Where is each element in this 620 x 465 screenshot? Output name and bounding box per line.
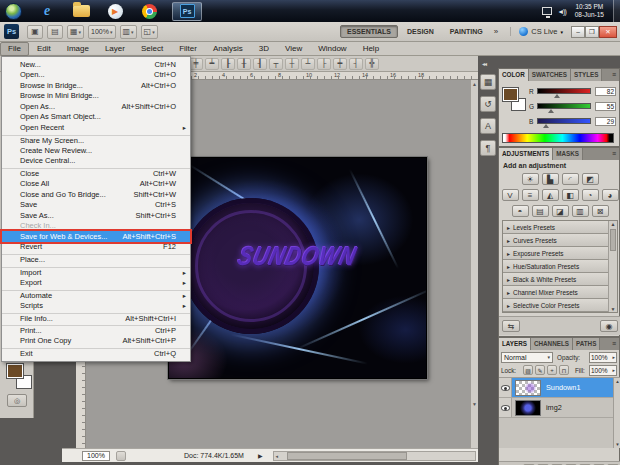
file-menu-item[interactable]: Exit Ctrl+Q: [2, 348, 190, 359]
distribute-top-edges-icon[interactable]: ┬: [269, 58, 283, 70]
file-menu-item[interactable]: Export: [2, 277, 190, 288]
scroll-up-icon[interactable]: ▲: [609, 221, 617, 227]
panel-button-character[interactable]: A: [480, 118, 496, 134]
menu-bar-item[interactable]: Analysis: [205, 42, 251, 56]
file-menu-item[interactable]: Browse in Mini Bridge...: [2, 91, 190, 102]
file-menu-item[interactable]: Place...: [2, 254, 190, 265]
expand-arrow-icon[interactable]: ▸: [507, 237, 510, 244]
panel-button-mini-bridge[interactable]: ▦: [480, 74, 496, 90]
file-menu-item[interactable]: Print... Ctrl+P: [2, 325, 190, 336]
preset-item[interactable]: ▸ Curves Presets: [503, 234, 610, 247]
status-zoom-field[interactable]: 100%: [82, 451, 110, 461]
expand-arrow-icon[interactable]: ▸: [507, 276, 510, 283]
channel-value-field[interactable]: 55: [595, 102, 616, 111]
file-menu-item[interactable]: Scripts: [2, 300, 190, 311]
channel-slider[interactable]: [537, 88, 591, 94]
blend-mode-select[interactable]: Normal ▾: [501, 352, 553, 363]
slider-marker-icon[interactable]: [554, 94, 560, 98]
panel-tab[interactable]: STYLES: [571, 69, 603, 81]
file-menu-item[interactable]: Close All Alt+Ctrl+W: [2, 179, 190, 190]
panel-tab[interactable]: CHANNELS: [531, 338, 573, 350]
posterize-icon[interactable]: ▤: [532, 205, 549, 217]
align-horizontal-centers-icon[interactable]: ╂: [237, 58, 251, 70]
menu-bar-item[interactable]: View: [277, 42, 310, 56]
cs-live-button[interactable]: CS Live ▾: [510, 27, 563, 36]
menu-bar-item[interactable]: Layer: [97, 42, 133, 56]
auto-align-layers-icon[interactable]: ╬: [365, 58, 379, 70]
chrome-icon[interactable]: [137, 2, 161, 20]
preset-item[interactable]: ▸ Exposure Presets: [503, 247, 610, 260]
preset-item[interactable]: ▸ Levels Presets: [503, 221, 610, 234]
menu-bar-item[interactable]: Select: [133, 42, 171, 56]
file-menu-item[interactable]: Print One Copy Alt+Shift+Ctrl+P: [2, 336, 190, 347]
file-menu-item[interactable]: File Info... Alt+Shift+Ctrl+I: [2, 313, 190, 324]
threshold-icon[interactable]: ◪: [552, 205, 569, 217]
launch-mini-bridge-button[interactable]: ▤: [47, 25, 63, 39]
layer-row[interactable]: img2: [499, 398, 613, 418]
start-button[interactable]: [5, 3, 22, 20]
canvas-vertical-scrollbar[interactable]: ▲▼: [470, 80, 478, 448]
expand-arrow-icon[interactable]: ▸: [507, 289, 510, 296]
panel-tab[interactable]: ADJUSTMENTS: [499, 148, 553, 160]
workspace-button[interactable]: PAINTING: [443, 25, 490, 38]
vibrance-icon[interactable]: V: [502, 189, 519, 201]
file-menu-item[interactable]: Save As... Shift+Ctrl+S: [2, 210, 190, 221]
panel-tab[interactable]: SWATCHES: [529, 69, 571, 81]
panel-tab[interactable]: LAYERS: [499, 338, 531, 350]
file-menu-item[interactable]: Check In...: [2, 221, 190, 232]
curves-icon[interactable]: ◜: [562, 173, 579, 185]
file-menu-item[interactable]: Close and Go To Bridge... Shift+Ctrl+W: [2, 189, 190, 200]
restore-button[interactable]: ❐: [585, 26, 599, 38]
levels-icon[interactable]: ▙: [542, 173, 559, 185]
align-bottom-edges-icon[interactable]: ┷: [205, 58, 219, 70]
panel-menu-icon[interactable]: ≡: [609, 69, 619, 81]
stepper-arrow-icon[interactable]: ▸: [612, 366, 615, 375]
menu-bar-item[interactable]: 3D: [251, 42, 277, 56]
expand-arrow-icon[interactable]: ▸: [507, 224, 510, 231]
layer-visibility-cell[interactable]: [499, 398, 512, 417]
photo-filter-icon[interactable]: ◔: [582, 189, 599, 201]
workspace-overflow-button[interactable]: »: [490, 27, 502, 36]
panel-menu-icon[interactable]: ≡: [609, 148, 619, 160]
color-spectrum-ramp[interactable]: [502, 133, 614, 143]
zoom-level-select[interactable]: 100%▾: [88, 25, 115, 39]
file-menu-item[interactable]: New... Ctrl+N: [2, 59, 190, 70]
channel-slider[interactable]: [537, 118, 591, 124]
file-menu-item[interactable]: Save for Web & Devices... Alt+Shift+Ctrl…: [2, 231, 190, 242]
status-flyout-arrow[interactable]: ▶: [258, 452, 263, 459]
layer-name[interactable]: img2: [546, 403, 562, 412]
lock-pixels-icon[interactable]: ✎: [535, 365, 545, 375]
volume-tray-icon[interactable]: ◄)): [557, 8, 566, 15]
invert-icon[interactable]: ◓: [512, 205, 529, 217]
file-menu-item[interactable]: Open... Ctrl+O: [2, 70, 190, 81]
brightness-contrast-icon[interactable]: ☀: [522, 173, 539, 185]
file-menu-item[interactable]: Browse in Bridge... Alt+Ctrl+O: [2, 80, 190, 91]
scrollbar-thumb[interactable]: [287, 452, 408, 460]
scroll-up-icon[interactable]: ▲: [614, 379, 620, 384]
preset-item[interactable]: ▸ Black & White Presets: [503, 273, 610, 286]
black-white-icon[interactable]: ◧: [562, 189, 579, 201]
scrollbar-thumb[interactable]: [610, 229, 616, 251]
document-canvas[interactable]: SUNDOWN: [168, 157, 427, 379]
channel-slider[interactable]: [537, 103, 591, 109]
screen-mode-button[interactable]: ◱▾: [141, 25, 158, 39]
scroll-down-icon[interactable]: ▼: [614, 442, 620, 447]
foreground-color-swatch[interactable]: [7, 364, 23, 378]
arrange-documents-button[interactable]: ▥▾: [120, 25, 137, 39]
workspace-button[interactable]: ESSENTIALS: [340, 25, 398, 38]
preset-item[interactable]: ▸ Channel Mixer Presets: [503, 286, 610, 299]
file-menu-item[interactable]: Create New Review...: [2, 145, 190, 156]
distribute-vertical-centers-icon[interactable]: ┼: [285, 58, 299, 70]
menu-bar-item[interactable]: Edit: [29, 42, 59, 56]
expand-arrow-icon[interactable]: ▸: [507, 250, 510, 257]
launch-bridge-button[interactable]: ▣: [27, 25, 43, 39]
file-menu-item[interactable]: Close Ctrl+W: [2, 168, 190, 179]
distribute-left-edges-icon[interactable]: ├: [317, 58, 331, 70]
menu-bar-item[interactable]: Filter: [171, 42, 205, 56]
menu-bar-item[interactable]: Window: [310, 42, 354, 56]
file-menu-item[interactable]: Automate: [2, 290, 190, 301]
layer-thumbnail[interactable]: [515, 400, 541, 416]
file-menu-item[interactable]: Save Ctrl+S: [2, 200, 190, 211]
panel-menu-icon[interactable]: ≡: [609, 338, 619, 350]
panel-tab[interactable]: MASKS: [553, 148, 583, 160]
